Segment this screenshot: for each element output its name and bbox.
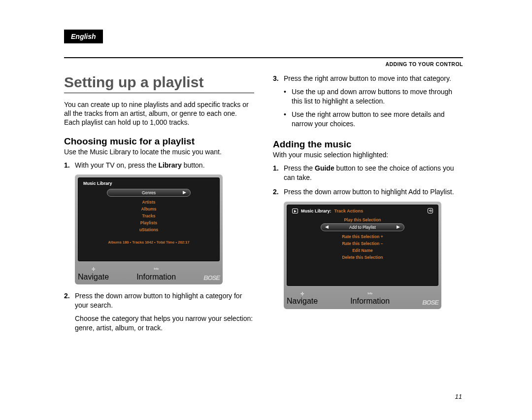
menu-item: Edit Name: [292, 247, 433, 254]
selected-pill: Genres ▶: [107, 189, 191, 197]
step-number: 2.: [64, 291, 75, 333]
menu-item: uStations: [83, 226, 214, 233]
title-b: Track Actions: [334, 209, 364, 213]
adding-steps: 1. Press the Guide button to see the cho…: [273, 164, 463, 197]
chevron-right-icon: ▶: [183, 190, 186, 195]
step-2: 2. Press the down arrow button to highli…: [64, 291, 254, 333]
text: Press the right arrow button to move int…: [284, 74, 451, 82]
bullet: Use the right arrow button to see more d…: [284, 110, 463, 129]
menu-item: Playlists: [83, 219, 214, 226]
music-library-screenshot: Music Library Genres ▶ Artists Albums Tr…: [75, 175, 223, 284]
menu-item-top: Play this Selection: [292, 216, 433, 223]
step-number: 2.: [273, 187, 284, 197]
text: button.: [182, 161, 205, 169]
adding-heading: Adding the music: [273, 139, 463, 150]
title-a: Music Library:: [301, 209, 332, 213]
choosing-steps: 1. With your TV on, press the Library bu…: [64, 161, 254, 170]
screen-title: ▶ Music Library: Track Actions ⟲: [292, 208, 433, 213]
chevron-right-icon: ▶: [397, 224, 400, 229]
text: Press the down arrow button to highlight…: [75, 292, 242, 309]
bullet: Use the up and down arrow buttons to mov…: [284, 87, 463, 106]
chevron-left-icon: ◀: [325, 224, 329, 229]
left-column: Setting up a playlist You can create up …: [64, 74, 254, 337]
screen-title: Music Library: [83, 181, 214, 186]
loop-icon: ⟲: [428, 208, 433, 213]
play-icon: ▶: [292, 209, 298, 213]
text: With your TV on, press the: [75, 161, 158, 169]
step-number: 3.: [273, 74, 284, 132]
step-body: Press the Guide button to see the choice…: [284, 164, 463, 182]
bullet-list: Use the up and down arrow buttons to mov…: [284, 87, 463, 129]
step-body: Press the down arrow button to highlight…: [75, 291, 254, 333]
info-top: Info: [367, 292, 372, 295]
step-body: Press the down arrow button to highlight…: [284, 187, 463, 197]
selected-pill: ◀ Add to Playlist ▶: [321, 223, 404, 231]
choosing-desc: Use the Music Library to locate the musi…: [64, 148, 254, 156]
menu-item: Delete this Selection: [292, 254, 433, 261]
screen-footer: ✢ Navigate Info Information BOSE: [78, 262, 220, 281]
two-column-layout: Setting up a playlist You can create up …: [64, 74, 463, 337]
step-number: 1.: [64, 161, 75, 170]
step-number: 1.: [273, 164, 284, 182]
navigate-icon: ✢: [78, 267, 109, 272]
menu-item: Rate this Selection +: [292, 233, 433, 240]
pill-label: Add to Playlist: [349, 225, 376, 230]
step-2: 2. Press the down arrow button to highli…: [273, 187, 463, 197]
intro-paragraph: You can create up to nine playlists and …: [64, 100, 254, 127]
navigate-hint: ✢ Navigate: [287, 291, 318, 306]
bold-text: Guide: [315, 164, 334, 172]
info-top: Info: [154, 267, 159, 270]
right-column: 3. Press the right arrow button to move …: [273, 74, 463, 337]
menu-item: Artists: [83, 199, 214, 206]
header-rule: [64, 57, 463, 58]
info-hint: Info Information: [136, 262, 176, 281]
screen-inner: ▶ Music Library: Track Actions ⟲ Play th…: [287, 205, 438, 286]
navigate-label: Navigate: [287, 297, 318, 305]
section-label: ADDING TO YOUR CONTROL: [64, 61, 463, 67]
step-body: With your TV on, press the Library butto…: [75, 161, 254, 170]
text: Use the up and down arrow buttons to mov…: [292, 87, 463, 106]
bose-logo: BOSE: [422, 299, 438, 306]
info-label: Information: [136, 273, 176, 281]
navigate-label: Navigate: [78, 273, 109, 281]
menu-item: Rate this Selection –: [292, 240, 433, 247]
track-actions-screenshot: ▶ Music Library: Track Actions ⟲ Play th…: [284, 202, 441, 309]
screen-inner: Music Library Genres ▶ Artists Albums Tr…: [78, 177, 220, 261]
step-3: 3. Press the right arrow button to move …: [273, 74, 463, 132]
text: Press the: [284, 164, 315, 172]
bose-logo: BOSE: [203, 274, 220, 281]
text: Choose the category that helps you narro…: [75, 315, 253, 332]
text: Use the right arrow button to see more d…: [292, 110, 463, 129]
info-label: Information: [350, 297, 390, 305]
status-line: Albums 180 • Tracks 1642 • Total Time • …: [83, 240, 214, 245]
menu-item: Albums: [83, 206, 214, 212]
page-number: 11: [455, 393, 462, 400]
language-tab: English: [64, 30, 103, 43]
step-1: 1. Press the Guide button to see the cho…: [273, 164, 463, 182]
step-1: 1. With your TV on, press the Library bu…: [64, 161, 254, 170]
bold-text: Library: [158, 161, 181, 169]
menu-item: Tracks: [83, 212, 214, 219]
info-hint: Info Information: [350, 287, 390, 306]
screen-footer: ✢ Navigate Info Information BOSE: [287, 287, 438, 306]
page-title: Setting up a playlist: [64, 74, 254, 93]
choosing-heading: Choosing music for a playlist: [64, 136, 254, 147]
choosing-steps-cont: 2. Press the down arrow button to highli…: [64, 291, 254, 333]
navigate-hint: ✢ Navigate: [78, 267, 109, 281]
manual-page: English ADDING TO YOUR CONTROL Setting u…: [0, 0, 532, 352]
right-steps-top: 3. Press the right arrow button to move …: [273, 74, 463, 132]
navigate-icon: ✢: [287, 291, 318, 297]
adding-desc: With your music selection highlighted:: [273, 151, 463, 159]
pill-label: Genres: [142, 190, 156, 195]
step-body: Press the right arrow button to move int…: [284, 74, 463, 132]
